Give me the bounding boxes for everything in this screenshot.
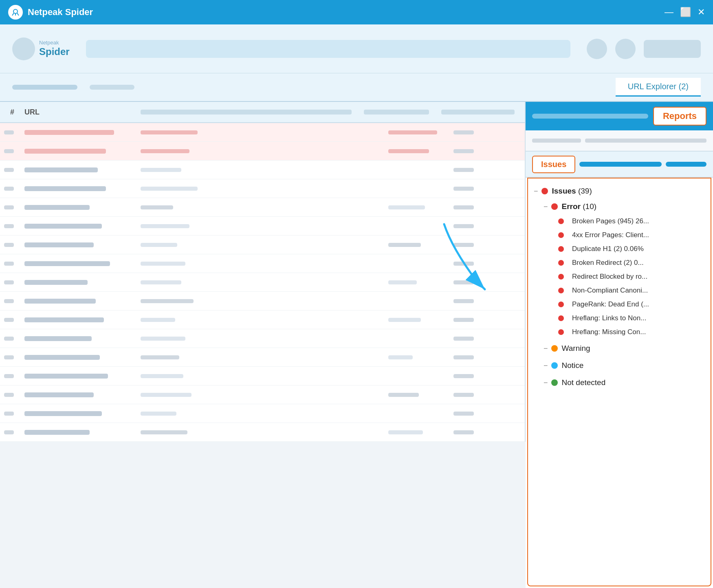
label-pagerank: PageRank: Dead End (... <box>572 300 649 308</box>
tab-area: URL Explorer (2) <box>0 73 713 102</box>
tree-item-not-detected[interactable]: − Not detected <box>541 375 707 390</box>
tree-child-4xx[interactable]: 4xx Error Pages: Client... <box>556 228 707 242</box>
dot-broken-pages <box>558 218 564 224</box>
sub-placeholder-2 <box>585 139 706 143</box>
tree-label-issues: Issues (39) <box>552 187 592 196</box>
tab-reports[interactable]: Reports <box>653 107 706 126</box>
table-row[interactable] <box>0 217 525 236</box>
tree-label-warning: Warning <box>562 344 590 353</box>
table-rows <box>0 123 525 442</box>
right-top-tabs: Reports <box>526 102 713 130</box>
table-row[interactable] <box>0 348 525 367</box>
right-sub-header <box>526 130 713 152</box>
tree-child-hreflang-missing[interactable]: Hreflang: Missing Con... <box>556 325 707 339</box>
table-header: # URL <box>0 102 525 123</box>
tree-dash-issues: − <box>534 187 538 196</box>
tree-child-redirect-blocked[interactable]: Redirect Blocked by ro... <box>556 270 707 284</box>
label-hreflang-links: Hreflang: Links to Non... <box>572 314 646 322</box>
tree-dash-error: − <box>544 203 548 211</box>
header-action-2[interactable] <box>615 39 636 59</box>
url-input[interactable] <box>86 40 570 58</box>
label-duplicate-h1: Duplicate H1 (2) 0.06% <box>572 245 644 253</box>
label-broken-redirect: Broken Redirect (2) 0... <box>572 259 644 267</box>
tree-child-non-compliant[interactable]: Non-Compliant Canoni... <box>556 284 707 297</box>
table-row[interactable] <box>0 254 525 273</box>
table-row[interactable] <box>0 423 525 442</box>
header-action-1[interactable] <box>587 39 607 59</box>
table-row[interactable] <box>0 367 525 385</box>
table-row[interactable] <box>0 292 525 311</box>
dot-4xx <box>558 232 564 238</box>
title-bar: Netpeak Spider — ⬜ ✕ <box>0 0 713 24</box>
tree-child-duplicate-h1[interactable]: Duplicate H1 (2) 0.06% <box>556 242 707 256</box>
tree-label-error: Error (10) <box>562 202 597 211</box>
table-row[interactable] <box>0 311 525 329</box>
tree-dot-issues <box>541 188 548 194</box>
logo-big-text: Spider <box>39 46 70 58</box>
tree-dash-warning: − <box>544 344 548 353</box>
label-broken-pages: Broken Pages (945) 26... <box>572 217 649 225</box>
right-tab-placeholder <box>532 114 648 119</box>
col-placeholder-3 <box>441 110 515 115</box>
dot-duplicate-h1 <box>558 246 564 252</box>
maximize-button[interactable]: ⬜ <box>680 8 691 17</box>
tree-child-pagerank[interactable]: PageRank: Dead End (... <box>556 297 707 311</box>
tree-item-warning[interactable]: − Warning <box>541 341 707 356</box>
error-children: Broken Pages (945) 26... 4xx Error Pages… <box>541 214 707 339</box>
tree-label-not-detected: Not detected <box>562 378 606 387</box>
minimize-button[interactable]: — <box>665 8 673 17</box>
tree-label-notice: Notice <box>562 361 584 370</box>
tree-child-hreflang-links[interactable]: Hreflang: Links to Non... <box>556 311 707 325</box>
close-button[interactable]: ✕ <box>698 8 705 17</box>
dot-hreflang-missing <box>558 329 564 335</box>
table-row[interactable] <box>0 385 525 404</box>
tree-dash-notice: − <box>544 361 548 370</box>
tree-dot-not-detected <box>551 379 558 386</box>
table-row[interactable] <box>0 329 525 348</box>
issues-tabs: Issues <box>526 152 713 178</box>
logo-block: Netpeak Spider <box>12 37 70 60</box>
tree-item-notice[interactable]: − Notice <box>541 358 707 373</box>
tab-issues[interactable]: Issues <box>532 156 575 173</box>
url-explorer-panel: # URL <box>0 102 526 442</box>
issues-tab-placeholder-1 <box>579 162 662 167</box>
table-row[interactable] <box>0 123 525 142</box>
col-placeholder-1 <box>141 110 352 115</box>
table-row[interactable] <box>0 198 525 217</box>
col-placeholder-2 <box>364 110 429 115</box>
table-row[interactable] <box>0 236 525 254</box>
dot-broken-redirect <box>558 260 564 266</box>
table-row[interactable] <box>0 179 525 198</box>
logo-icon <box>12 37 35 60</box>
tree-item-error[interactable]: − Error (10) <box>541 199 707 214</box>
svg-line-2 <box>17 13 19 15</box>
col-hash-header: # <box>4 108 20 117</box>
dot-hreflang-links <box>558 315 564 321</box>
dot-pagerank <box>558 302 564 307</box>
main-area: # URL <box>0 102 713 588</box>
svg-point-0 <box>13 9 18 13</box>
tree-dot-warning <box>551 345 558 352</box>
table-row[interactable] <box>0 404 525 423</box>
tree-dot-notice <box>551 362 558 369</box>
label-4xx: 4xx Error Pages: Client... <box>572 231 649 239</box>
logo-small-text: Netpeak <box>39 40 70 46</box>
tab-placeholder-2 <box>90 85 134 90</box>
label-non-compliant: Non-Compliant Canoni... <box>572 286 648 295</box>
tree-child-broken-pages[interactable]: Broken Pages (945) 26... <box>556 214 707 228</box>
tab-url-explorer[interactable]: URL Explorer (2) <box>616 78 701 97</box>
issues-tree: − Issues (39) − Error (10) <box>527 178 711 586</box>
table-row[interactable] <box>0 273 525 292</box>
table-row[interactable] <box>0 142 525 161</box>
col-url-header: URL <box>20 108 134 117</box>
label-redirect-blocked: Redirect Blocked by ro... <box>572 273 647 281</box>
svg-line-1 <box>12 13 14 15</box>
tree-dot-error <box>551 203 558 210</box>
sub-placeholder-1 <box>532 139 581 143</box>
dot-redirect-blocked <box>558 274 564 280</box>
header-action-btn[interactable] <box>644 40 701 58</box>
table-row[interactable] <box>0 161 525 179</box>
tree-child-broken-redirect[interactable]: Broken Redirect (2) 0... <box>556 256 707 270</box>
issues-tab-placeholder-2 <box>666 162 706 167</box>
tree-item-issues-root[interactable]: − Issues (39) <box>531 183 707 199</box>
